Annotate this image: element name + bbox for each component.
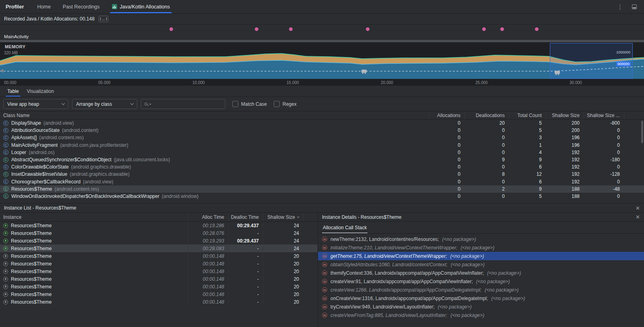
tab-home[interactable]: Home [31,0,57,13]
regex-option[interactable]: Regex [274,101,297,107]
hide-window-icon[interactable] [632,4,637,9]
instance-row[interactable]: Resources$Theme00:19.28600:29.43724 [0,222,318,229]
class-icon: C [3,157,8,162]
cell-value: 0 [464,142,509,148]
user-events-track[interactable] [0,25,644,34]
cell-value: 0 [464,150,509,155]
class-row[interactable]: CWindowOnBackInvokedDispatcher$OnBackInv… [0,193,644,200]
tab-table[interactable]: Table [3,86,23,97]
col-shallow-size[interactable]: Shallow Size [263,213,303,221]
arrange-select[interactable]: Arrange by class [72,99,137,109]
class-row[interactable]: CAttributionSourceState(android.content)… [0,127,644,134]
kebab-menu-icon[interactable]: ⋮ [617,3,623,10]
class-row[interactable]: CLooper(android.os)0041920 [0,149,644,156]
instance-row[interactable]: Resources$Theme00:00.148-20 [0,267,318,275]
timeline-selection[interactable]: 1000000900000 [550,43,633,79]
cell-value: 0 [464,164,509,170]
stack-frame[interactable]: mcreateView:1266, Landroidx/appcompat/ap… [318,286,644,294]
timeline-left-handle[interactable] [0,69,3,73]
cell-value: 2 [464,186,509,192]
instance-name: Resources$Theme [11,246,52,251]
cell-alloc-time: 00:19.293 [188,238,228,244]
stack-frame[interactable]: monCreateView:1316, Landroidx/appcompat/… [318,294,644,302]
class-row[interactable]: CChoreographer$CallbackRecord(android.vi… [0,178,644,185]
match-case-checkbox[interactable] [232,101,238,107]
col-allocations[interactable]: Allocations [429,111,464,119]
class-row[interactable]: CInsetDrawable$InsetValue(android.graphi… [0,171,644,178]
instance-row[interactable]: Resources$Theme00:28.076-24 [0,229,318,237]
class-row[interactable]: CApkAssets[](android.content.res)0031960 [0,134,644,141]
frame-package: (<no package>) [438,304,472,310]
class-table: CDisplayShape(android.view)0205200-800CA… [0,119,644,200]
match-case-option[interactable]: Match Case [232,101,267,107]
instance-row[interactable]: Resources$Theme00:00.148-20 [0,283,318,290]
class-package: (android.content) [62,128,99,133]
tab-java-kotlin-allocations[interactable]: Java/Kotlin Allocations [106,0,176,13]
stack-frame[interactable]: mobtainStyledAttributes:1060, Landroid/c… [318,260,644,269]
col-shallow-size[interactable]: Shallow Size ... [584,111,624,119]
scrollbar-thumb[interactable] [641,121,643,143]
heap-select[interactable]: View app heap [3,99,68,109]
col-total-count[interactable]: Total Count [509,111,546,119]
stack-frame[interactable]: mthemifyContext:336, Landroidx/appcompat… [318,269,644,277]
stack-frame[interactable]: minitializeTheme:210, Landroid/view/Cont… [318,243,644,252]
cell-value: 5 [509,193,546,199]
interaction-event-dot[interactable] [482,27,486,31]
stack-frame[interactable]: mtryCreateView:949, Landroid/view/Layout… [318,302,644,311]
frame-package: (<no package>) [451,262,485,267]
instance-row[interactable]: Resources$Theme00:00.148-20 [0,290,318,298]
cell-shallow-size: 20 [263,292,303,297]
instance-row[interactable]: Resources$Theme00:00.148-20 [0,298,318,306]
details-tabs: Allocation Call Stack [318,222,644,234]
interaction-event-dot[interactable] [535,27,539,31]
col-class-name[interactable]: Class Name [0,111,429,119]
tab-past-recordings[interactable]: Past Recordings [57,0,106,13]
instance-row[interactable]: Resources$Theme00:00.148-20 [0,252,318,260]
instance-row[interactable]: Resources$Theme00:19.29300:29.43724 [0,237,318,245]
interaction-event-dot[interactable] [255,27,258,31]
method-icon: m [322,287,327,292]
memory-axis-max-label: 320 MB [4,51,18,55]
search-box[interactable] [141,99,225,109]
col-deallocations[interactable]: Deallocations [464,111,509,119]
stack-frame[interactable]: mcreateView:91, Landroidx/appcompat/app/… [318,277,644,286]
class-row[interactable]: CResources$Theme(android.content.res)029… [0,185,644,193]
regex-checkbox[interactable] [274,101,280,107]
cell-value: 200 [546,120,584,126]
interaction-event-dot[interactable] [289,27,293,31]
tab-allocation-call-stack[interactable]: Allocation Call Stack [322,222,367,233]
col-alloc-time[interactable]: Alloc Time [188,213,228,221]
class-icon: C [3,128,8,133]
tab-visualization[interactable]: Visualization [23,86,58,97]
col-instance[interactable]: Instance [0,213,188,221]
stack-frame[interactable]: mcreateViewFromTag:885, Landroid/view/La… [318,311,644,319]
close-icon[interactable]: ✕ [636,214,640,220]
class-row[interactable]: CMainActivityFragment(android.com.java.p… [0,142,644,149]
stack-frame[interactable]: mnewTheme:2132, Landroid/content/res/Res… [318,235,644,243]
instance-name: Resources$Theme [11,269,52,274]
class-row[interactable]: CDisplayShape(android.view)0205200-800 [0,119,644,127]
col-shallow-size[interactable]: Shallow Size [546,111,584,119]
activity-lifecycle-bar[interactable] [0,39,644,42]
close-icon[interactable]: ✕ [636,206,640,211]
instance-name: Resources$Theme [11,299,52,305]
instance-name: Resources$Theme [11,253,52,259]
instance-row[interactable]: Resources$Theme00:28.083-24 [0,245,318,252]
instance-list-header: Instance List - Resources$Theme ✕ [0,203,644,213]
instance-row[interactable]: Resources$Theme00:00.148-20 [0,275,318,283]
interaction-event-dot[interactable] [500,27,504,31]
search-input[interactable] [153,101,222,107]
zoom-to-fit-button[interactable]: ↔ [99,16,108,22]
col-dealloc-time[interactable]: Dealloc Time [228,213,263,221]
interaction-event-dot[interactable] [169,27,173,31]
memory-chart[interactable]: MEMORY 320 MB 1000000900000 [0,42,644,79]
interaction-event-dot[interactable] [366,27,369,31]
cell-value: 0 [429,193,464,199]
regex-label: Regex [283,101,297,107]
instance-row[interactable]: Resources$Theme00:00.148-20 [0,260,318,267]
stack-frame[interactable]: mgetTheme:175, Landroid/view/ContextThem… [318,252,644,260]
class-row[interactable]: CColorDrawable$ColorState(android.graphi… [0,163,644,171]
class-row[interactable]: CAbstractQueuedSynchronizer$ConditionObj… [0,156,644,163]
class-icon: C [3,172,8,177]
frame-text: createViewFromTag:885, Landroid/view/Lay… [330,313,447,318]
